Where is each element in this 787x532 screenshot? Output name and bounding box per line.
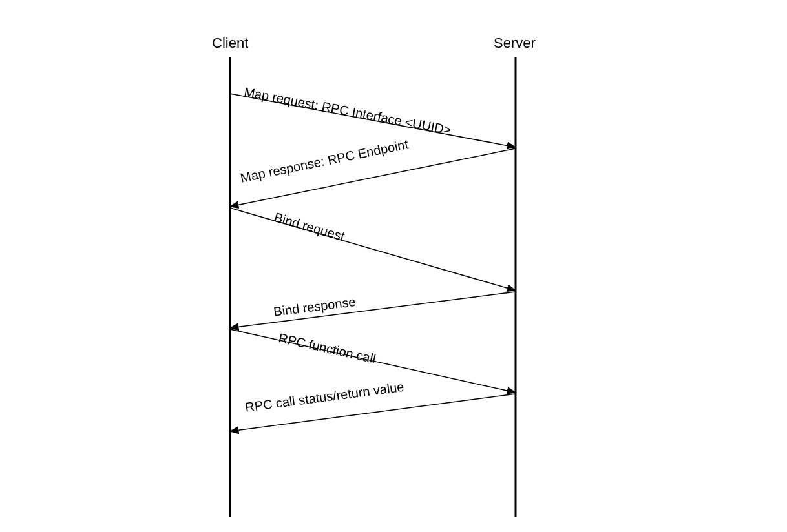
client-label: Client: [212, 35, 248, 52]
diagram-svg: [0, 0, 787, 532]
sequence-diagram: Client Server Map request: RPC Interface…: [0, 0, 787, 532]
server-label: Server: [494, 35, 536, 52]
